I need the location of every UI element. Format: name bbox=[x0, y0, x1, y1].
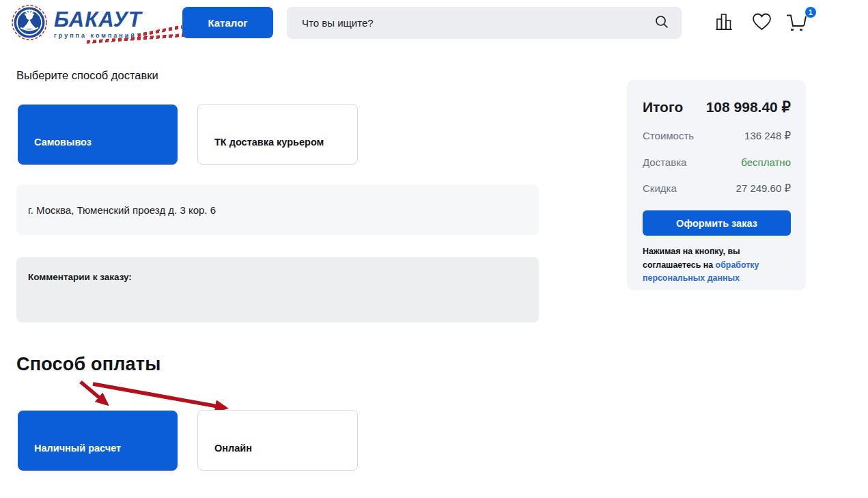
payment-option-online[interactable]: Онлайн bbox=[197, 410, 358, 471]
cost-value: 136 248 ₽ bbox=[744, 130, 791, 142]
checkout-button[interactable]: Оформить заказ bbox=[643, 210, 791, 236]
total-value: 108 998.40 ₽ bbox=[706, 99, 791, 115]
order-summary-panel: Итого 108 998.40 ₽ Стоимость 136 248 ₽ Д… bbox=[627, 80, 806, 290]
order-comment-field[interactable]: Комментарии к заказу: bbox=[16, 257, 539, 322]
summary-row-cost: Стоимость 136 248 ₽ bbox=[643, 130, 791, 142]
payment-section-title: Способ оплаты bbox=[16, 354, 160, 375]
cart-count-badge: 1 bbox=[804, 6, 817, 18]
discount-label: Скидка bbox=[643, 182, 677, 195]
delivery-section-title: Выберите способ доставки bbox=[16, 69, 158, 82]
search-bar bbox=[287, 7, 682, 39]
summary-row-delivery: Доставка бесплатно bbox=[643, 156, 791, 168]
cart-button[interactable]: 1 bbox=[785, 11, 811, 33]
delivery-label: Доставка bbox=[643, 156, 686, 168]
catalog-button[interactable]: Каталог bbox=[182, 7, 273, 38]
total-row: Итого 108 998.40 ₽ bbox=[643, 99, 791, 115]
heart-icon bbox=[751, 11, 773, 32]
search-icon bbox=[654, 14, 669, 31]
cost-label: Стоимость bbox=[643, 130, 694, 142]
logo-emblem-icon bbox=[12, 5, 47, 43]
compare-button[interactable] bbox=[714, 11, 735, 33]
search-input[interactable] bbox=[287, 7, 654, 39]
logo[interactable]: БАКАУТ группа компаний bbox=[12, 5, 142, 43]
delivery-value: бесплатно bbox=[741, 156, 791, 168]
summary-row-discount: Скидка 27 249.60 ₽ bbox=[643, 182, 791, 195]
bar-chart-icon bbox=[714, 11, 735, 33]
discount-value: 27 249.60 ₽ bbox=[736, 182, 791, 195]
payment-option-cash[interactable]: Наличный расчет bbox=[18, 411, 178, 471]
pickup-address-field[interactable]: г. Москва, Тюменский проезд д. 3 кор. 6 bbox=[16, 184, 539, 235]
total-label: Итого bbox=[643, 99, 683, 115]
logo-text: БАКАУТ группа компаний bbox=[54, 5, 142, 39]
favorites-button[interactable] bbox=[751, 11, 773, 32]
consent-disclaimer: Нажимая на кнопку, вы соглашаетесь на об… bbox=[643, 245, 791, 286]
logo-title: БАКАУТ bbox=[54, 9, 142, 30]
delivery-option-pickup[interactable]: Самовывоз bbox=[18, 105, 178, 165]
delivery-option-courier[interactable]: ТК доставка курьером bbox=[197, 104, 358, 165]
search-button[interactable] bbox=[654, 14, 682, 31]
